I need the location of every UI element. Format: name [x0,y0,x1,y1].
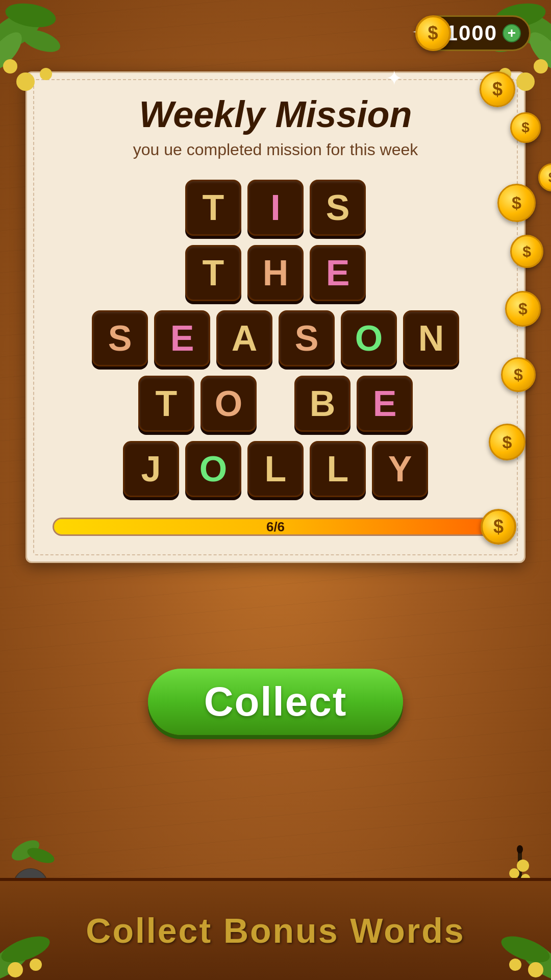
word-row-1: T I S [53,180,498,236]
svg-point-6 [40,68,52,80]
side-coin-5: $ [489,424,525,460]
side-coin-2: $ [510,235,543,268]
svg-point-19 [517,845,523,853]
letter-J5: J [123,441,179,497]
svg-point-20 [517,860,529,872]
side-coin-3: $ [505,291,541,327]
side-coin-4: $ [501,357,536,392]
coin-counter: $ 1000 + [419,15,531,51]
word-gap [263,376,288,432]
letter-E2: E [310,245,366,301]
letter-H2: H [247,245,304,301]
letter-S3b: S [279,310,335,366]
collect-button-label: Collect [204,678,347,725]
progress-text: 6/6 [266,519,285,535]
svg-point-13 [499,68,511,80]
svg-point-26 [30,959,42,971]
letter-S1: S [310,180,366,236]
word-row-3: S E A S O N [53,310,498,366]
letter-T4: T [138,376,194,432]
bottom-bar-right-leaves [469,898,551,980]
svg-point-21 [509,868,519,878]
letter-A3: A [216,310,272,366]
letter-E3: E [154,310,210,366]
letter-L5b: L [310,441,366,497]
word-row-5: J O L L Y [53,441,498,497]
bottom-bar-left-leaves [0,898,82,980]
svg-point-30 [509,959,521,971]
bottom-bar-text: Collect Bonus Words [86,911,465,950]
progress-section: 6/6 $ [53,518,498,536]
coin-plus-button[interactable]: + [503,24,521,42]
letter-E4: E [357,376,413,432]
mission-subtitle: you ue completed mission for this week [53,140,498,159]
coin-amount: 1000 [446,21,497,45]
letter-T2: T [185,245,241,301]
word-row-2: T H E [53,245,498,301]
svg-point-11 [516,72,535,91]
letter-S3: S [92,310,148,366]
letter-B4: B [294,376,350,432]
svg-point-12 [534,59,548,74]
letter-O3: O [341,310,397,366]
progress-coin-icon: $ [481,509,516,545]
svg-point-25 [8,962,23,977]
bottom-bar: Collect Bonus Words [0,878,551,980]
top-left-leaves-decor [0,0,102,102]
word-row-4: T O B E [53,376,498,432]
letter-L5a: L [247,441,304,497]
progress-bar-background: 6/6 [53,518,498,536]
mission-card: Weekly Mission you ue completed mission … [26,71,525,563]
coin-counter-icon: $ [415,15,451,51]
letter-N3: N [403,310,459,366]
svg-point-5 [3,59,17,74]
svg-point-4 [16,72,35,91]
svg-point-29 [528,962,543,977]
letter-I1: I [247,180,304,236]
letter-O4: O [201,376,257,432]
mission-title: Weekly Mission [53,93,498,135]
collect-button[interactable]: Collect [148,669,403,735]
letter-T1: T [185,180,241,236]
letter-Y5: Y [372,441,428,497]
side-coin-1: $ [497,184,536,222]
letter-O5: O [185,441,241,497]
